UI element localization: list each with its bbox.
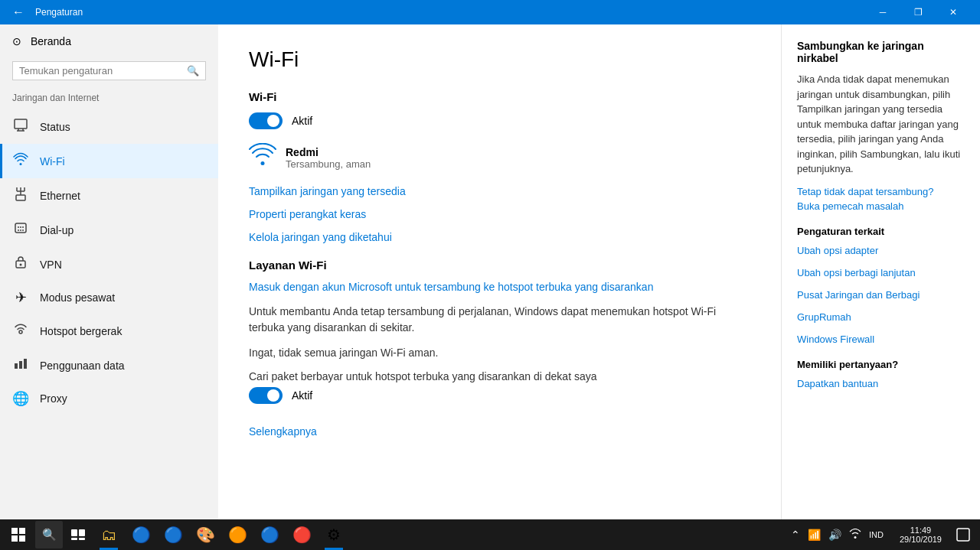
show-networks-link[interactable]: Tampilkan jaringan yang tersedia bbox=[249, 185, 750, 197]
clock[interactable]: 11:49 29/10/2019 bbox=[893, 526, 948, 544]
sidebar-item-ethernet[interactable]: Ethernet bbox=[0, 178, 218, 213]
tb-app-edge[interactable]: 🔵 bbox=[126, 519, 156, 550]
back-button[interactable]: ← bbox=[9, 3, 28, 21]
hardware-props-link[interactable]: Properti perangkat keras bbox=[249, 208, 750, 220]
app2-icon: 🔵 bbox=[164, 526, 183, 544]
sidebar-label-airplane: Modus pesawat bbox=[40, 291, 115, 304]
connect-desc: Jika Anda tidak dapat menemukan jaringan… bbox=[797, 72, 965, 177]
hotspot-login-link[interactable]: Masuk dengan akun Microsoft untuk tersam… bbox=[249, 281, 750, 293]
related-link-3[interactable]: GrupRumah bbox=[797, 311, 965, 323]
tb-app-app3[interactable]: 🔴 bbox=[286, 519, 317, 550]
sidebar-label-proxy: Proxy bbox=[40, 392, 67, 405]
paid-label: Cari paket berbayar untuk hotspot terbuk… bbox=[249, 370, 750, 382]
minimize-button[interactable]: ─ bbox=[865, 0, 900, 24]
troubleshoot-link2[interactable]: Buka pemecah masalah bbox=[797, 200, 965, 212]
paid-toggle-label: Aktif bbox=[292, 389, 312, 402]
notification-button[interactable] bbox=[949, 519, 977, 550]
status-icon bbox=[12, 117, 29, 136]
tb-app-photoshop[interactable]: 🎨 bbox=[190, 519, 220, 550]
wifi-nav-icon bbox=[12, 151, 29, 171]
volume-icon[interactable]: 🔊 bbox=[826, 529, 844, 541]
sidebar-item-data[interactable]: Penggunaan data bbox=[0, 348, 218, 382]
svg-point-14 bbox=[18, 229, 19, 231]
related-link-0[interactable]: Ubah opsi adapter bbox=[797, 245, 965, 256]
tb-app-chrome[interactable]: 🟠 bbox=[222, 519, 253, 550]
network-tray-icon[interactable]: 📶 bbox=[805, 529, 823, 541]
related-link-4[interactable]: Windows Firewall bbox=[797, 334, 965, 345]
get-help-link[interactable]: Dapatkan bantuan bbox=[797, 378, 965, 389]
start-button[interactable] bbox=[3, 519, 34, 550]
data-icon bbox=[12, 356, 29, 375]
app3-icon: 🔴 bbox=[292, 526, 312, 544]
svg-rect-31 bbox=[957, 529, 969, 541]
sidebar-label-wifi: Wi-Fi bbox=[40, 155, 65, 168]
home-label: Beranda bbox=[31, 35, 71, 47]
svg-rect-22 bbox=[24, 359, 27, 369]
sidebar-home[interactable]: ⊙ Beranda bbox=[0, 24, 218, 58]
sidebar-item-dialup[interactable]: Dial-up bbox=[0, 213, 218, 247]
sidebar: ⊙ Beranda 🔍 Jaringan dan Internet Status… bbox=[0, 24, 218, 519]
clock-time: 11:49 bbox=[910, 526, 932, 535]
svg-point-19 bbox=[19, 330, 22, 334]
wifi-tray-icon[interactable] bbox=[847, 529, 864, 542]
network-details: Redmi Tersambung, aman bbox=[286, 146, 371, 170]
close-button[interactable]: ✕ bbox=[936, 0, 971, 24]
taskbar-search[interactable]: 🔍 bbox=[35, 521, 63, 548]
hotspot-icon bbox=[12, 321, 29, 340]
explorer-icon: 🗂 bbox=[101, 526, 116, 544]
svg-point-16 bbox=[22, 229, 24, 231]
sidebar-label-vpn: VPN bbox=[40, 259, 62, 271]
svg-point-12 bbox=[20, 226, 21, 228]
sidebar-item-proxy[interactable]: 🌐 Proxy bbox=[0, 382, 218, 415]
svg-point-15 bbox=[20, 229, 21, 231]
wifi-toggle[interactable] bbox=[249, 112, 283, 129]
airplane-icon: ✈ bbox=[12, 289, 29, 306]
tb-app-settings[interactable]: ⚙ bbox=[318, 519, 349, 550]
troubleshoot-link1[interactable]: Tetap tidak dapat tersambung? bbox=[797, 186, 965, 197]
tb-app-explorer[interactable]: 🗂 bbox=[93, 519, 124, 550]
systray: ⌃ 📶 🔊 IND bbox=[782, 529, 892, 542]
sidebar-item-wifi[interactable]: Wi-Fi bbox=[0, 144, 218, 178]
sidebar-label-dialup: Dial-up bbox=[40, 224, 74, 236]
home-icon: ⊙ bbox=[12, 35, 21, 47]
sidebar-label-data: Penggunaan data bbox=[40, 360, 125, 372]
svg-point-11 bbox=[18, 226, 19, 228]
related-title: Pengaturan terkait bbox=[797, 226, 965, 237]
paid-toggle[interactable] bbox=[249, 387, 283, 404]
proxy-icon: 🌐 bbox=[12, 390, 29, 407]
search-icon: 🔍 bbox=[187, 65, 199, 76]
window-controls: ─ ❐ ✕ bbox=[865, 0, 971, 24]
svg-rect-21 bbox=[19, 361, 22, 369]
paid-toggle-row: Aktif bbox=[249, 387, 750, 404]
sidebar-item-airplane[interactable]: ✈ Modus pesawat bbox=[0, 282, 218, 314]
lang-indicator[interactable]: IND bbox=[867, 530, 886, 539]
more-link[interactable]: Selengkapnya bbox=[249, 425, 317, 438]
clock-date: 29/10/2019 bbox=[900, 535, 942, 544]
maximize-button[interactable]: ❐ bbox=[900, 0, 936, 24]
svg-point-18 bbox=[20, 264, 22, 266]
sidebar-item-hotspot[interactable]: Hotspot bergerak bbox=[0, 314, 218, 348]
wifi-toggle-row: Aktif bbox=[249, 112, 750, 129]
manage-networks-link[interactable]: Kelola jaringan yang diketahui bbox=[249, 231, 750, 243]
search-input[interactable] bbox=[19, 65, 182, 76]
hotspot-desc: Untuk membantu Anda tetap tersambung di … bbox=[249, 304, 750, 336]
related-link-2[interactable]: Pusat Jaringan dan Berbagi bbox=[797, 289, 965, 301]
svg-rect-20 bbox=[15, 363, 18, 369]
dialup-icon bbox=[12, 220, 29, 239]
wifi-services-title: Layanan Wi-Fi bbox=[249, 259, 750, 272]
svg-rect-30 bbox=[79, 538, 85, 540]
question-title: Memiliki pertanyaan? bbox=[797, 359, 965, 370]
ethernet-icon bbox=[12, 186, 29, 205]
wifi-signal-icon bbox=[249, 143, 276, 173]
related-link-1[interactable]: Ubah opsi berbagi lanjutan bbox=[797, 267, 965, 278]
sidebar-item-vpn[interactable]: VPN bbox=[0, 247, 218, 282]
tb-app-app2[interactable]: 🔵 bbox=[158, 519, 188, 550]
main-content: Wi-Fi Wi-Fi Aktif Redmi Tersambung, aman… bbox=[218, 24, 781, 519]
tb-app-word[interactable]: 🔵 bbox=[254, 519, 285, 550]
photoshop-icon: 🎨 bbox=[196, 526, 215, 544]
sidebar-item-status[interactable]: Status bbox=[0, 109, 218, 144]
chrome-icon: 🟠 bbox=[228, 526, 247, 544]
task-view-button[interactable] bbox=[64, 521, 92, 548]
wifi-section-title: Wi-Fi bbox=[249, 90, 750, 103]
chevron-icon[interactable]: ⌃ bbox=[789, 529, 802, 541]
